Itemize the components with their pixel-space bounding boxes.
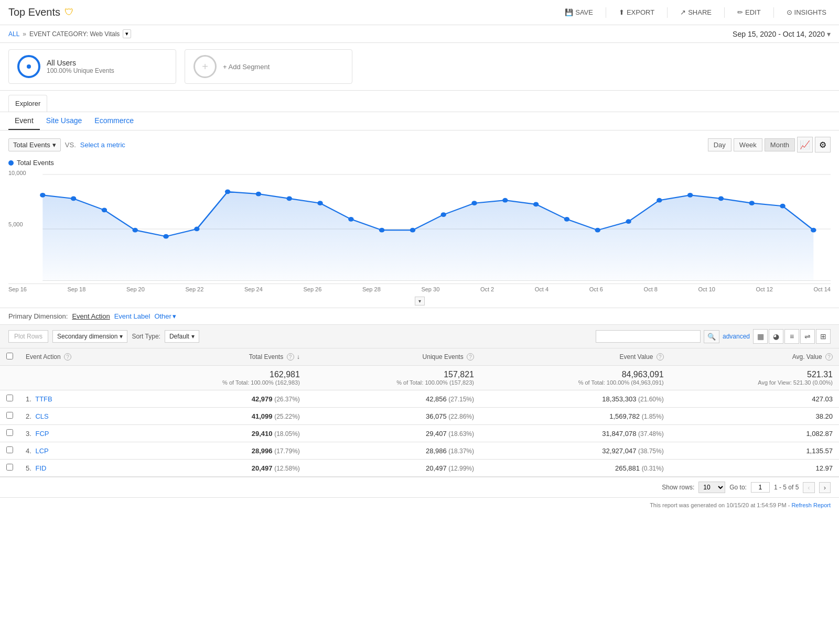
line-chart-view-button[interactable]: 📈 [797, 137, 813, 152]
plot-rows-button[interactable]: Plot Rows [8, 330, 48, 343]
row-checkbox[interactable] [6, 429, 13, 436]
period-day-button[interactable]: Day [708, 138, 732, 151]
goto-page-input[interactable] [751, 482, 770, 493]
select-metric-link[interactable]: Select a metric [80, 141, 125, 149]
breadcrumb-all-link[interactable]: ALL [8, 30, 19, 38]
secondary-dimension-dropdown[interactable]: Secondary dimension ▾ [52, 330, 127, 343]
event-value-header: Event Value ? [480, 348, 670, 366]
period-week-button[interactable]: Week [734, 138, 762, 151]
add-segment-circle: + [193, 55, 217, 78]
svg-point-10 [256, 192, 261, 197]
row-unique-events: 42,856 (27.15%) [306, 390, 480, 408]
event-action-link[interactable]: LCP [35, 447, 48, 455]
tab-site-usage[interactable]: Site Usage [40, 112, 88, 130]
total-events-header: Total Events ? ↓ [132, 348, 306, 366]
pagination-bar: Show rows: 10 25 100 Go to: 1 - 5 of 5 ‹… [0, 477, 839, 497]
row-num: 2. CLS [19, 408, 132, 425]
goto-label: Go to: [729, 484, 747, 491]
verified-icon: 🛡 [64, 7, 74, 18]
table-controls: Plot Rows Secondary dimension ▾ Sort Typ… [0, 324, 839, 348]
explorer-tab[interactable]: Explorer [8, 95, 47, 112]
row-checkbox[interactable] [6, 464, 13, 471]
pie-view-button[interactable]: ◕ [769, 329, 783, 344]
insights-icon: ⊙ [787, 8, 792, 16]
table-row: 4. LCP 28,996 (17.79%) 28,986 (18.37%) 3… [0, 442, 839, 460]
segment-circle [17, 55, 40, 78]
event-action-link[interactable]: TTFB [35, 395, 52, 403]
scatter-chart-view-button[interactable]: ⚙ [815, 137, 831, 152]
svg-point-15 [410, 228, 415, 233]
row-avg-value: 1,135.57 [670, 442, 839, 460]
row-checkbox[interactable] [6, 395, 13, 401]
pd-label: Primary Dimension: [8, 312, 68, 320]
row-avg-value: 1,082.87 [670, 425, 839, 442]
breadcrumb-separator: » [23, 30, 26, 38]
x-label: Sep 20 [126, 286, 145, 292]
pivot-view-button[interactable]: ⊞ [816, 329, 831, 344]
x-label: Oct 8 [644, 286, 658, 292]
totals-row: 162,981 % of Total: 100.00% (162,983) 15… [0, 366, 839, 390]
svg-point-23 [657, 198, 662, 203]
compare-view-button[interactable]: ⇌ [800, 329, 815, 344]
row-avg-value: 427.03 [670, 390, 839, 408]
row-checkbox-cell [0, 442, 19, 460]
row-total-events: 42,979 (26.37%) [132, 390, 306, 408]
event-action-link[interactable]: FID [35, 464, 46, 472]
tab-event[interactable]: Event [8, 112, 40, 130]
rows-per-page-select[interactable]: 10 25 100 [698, 482, 725, 493]
sort-arrow: ↓ [297, 353, 300, 361]
edit-button[interactable]: ✏ EDIT [733, 6, 765, 18]
event-value-help-icon: ? [657, 353, 664, 361]
edit-icon: ✏ [737, 8, 743, 16]
pd-event-label-link[interactable]: Event Label [114, 312, 150, 320]
export-button[interactable]: ⬆ EXPORT [615, 6, 659, 18]
share-button[interactable]: ↗ SHARE [676, 6, 716, 18]
pd-other-link[interactable]: Other ▾ [154, 312, 176, 320]
x-label: Oct 4 [535, 286, 548, 292]
add-segment-card[interactable]: + + Add Segment [185, 49, 352, 84]
search-input[interactable] [596, 330, 701, 343]
refresh-report-link[interactable]: Refresh Report [791, 502, 831, 508]
primary-dimension: Primary Dimension: Event Action Event La… [0, 308, 839, 324]
sort-type-dropdown[interactable]: Default ▾ [165, 330, 199, 343]
select-all-checkbox[interactable] [6, 353, 13, 359]
chart-scroll-button[interactable]: ▾ [415, 297, 425, 305]
insights-button[interactable]: ⊙ INSIGHTS [782, 6, 831, 18]
explorer-section: Explorer [0, 91, 839, 112]
chart-svg [8, 169, 831, 283]
avg-value-help-icon: ? [825, 353, 833, 361]
table-view-button[interactable]: ▦ [753, 329, 768, 344]
save-button[interactable]: 💾 SAVE [561, 6, 597, 18]
list-view-button[interactable]: ≡ [784, 329, 799, 344]
search-button[interactable]: 🔍 [704, 330, 719, 343]
breadcrumb-dropdown[interactable]: ▾ [123, 29, 131, 38]
row-event-value: 32,927,047 (38.75%) [480, 442, 670, 460]
svg-point-19 [533, 202, 539, 207]
event-action-link[interactable]: CLS [35, 412, 48, 420]
svg-point-25 [718, 197, 724, 201]
chart-controls: Total Events ▾ VS. Select a metric Day W… [0, 130, 839, 159]
svg-point-26 [749, 201, 755, 205]
advanced-link[interactable]: advanced [723, 333, 750, 340]
footer-bar: This report was generated on 10/15/20 at… [0, 497, 839, 512]
prev-page-button[interactable]: ‹ [803, 482, 814, 493]
metric-dropdown[interactable]: Total Events ▾ [8, 138, 61, 151]
period-month-button[interactable]: Month [765, 138, 795, 151]
date-range-dropdown[interactable]: ▾ [827, 30, 831, 38]
x-label: Oct 12 [756, 286, 773, 292]
breadcrumb: ALL » EVENT CATEGORY: Web Vitals ▾ [8, 29, 131, 38]
avg-value-header: Avg. Value ? [670, 348, 839, 366]
table-row: 2. CLS 41,099 (25.22%) 36,075 (22.86%) 1… [0, 408, 839, 425]
tab-ecommerce[interactable]: Ecommerce [88, 112, 140, 130]
row-unique-events: 29,407 (18.63%) [306, 425, 480, 442]
row-checkbox[interactable] [6, 412, 13, 419]
row-checkbox[interactable] [6, 446, 13, 453]
chart-scroll-indicator: ▾ [0, 294, 839, 308]
event-action-link[interactable]: FCP [35, 430, 49, 438]
page-title: Top Events [8, 6, 60, 18]
svg-point-5 [102, 208, 107, 212]
top-bar-left: Top Events 🛡 [8, 6, 74, 18]
pd-active[interactable]: Event Action [72, 312, 110, 320]
next-page-button[interactable]: › [819, 482, 831, 493]
row-checkbox-cell [0, 408, 19, 425]
